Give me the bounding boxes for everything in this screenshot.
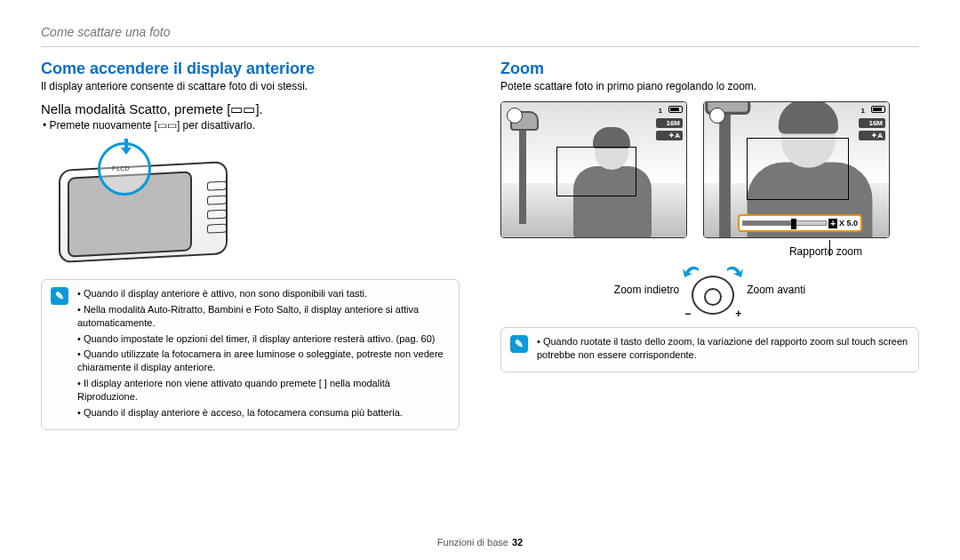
step-instruction: Nella modalità Scatto, premete [▭▭]. — [41, 101, 460, 117]
arrow-down-icon — [121, 139, 132, 156]
heading-zoom: Zoom — [500, 60, 919, 78]
left-column: Come accendere il display anteriore Il d… — [41, 60, 460, 430]
mode-icon — [507, 108, 523, 124]
flash-badge: ✦A — [656, 131, 683, 140]
flcd-button-icon: ▭▭ — [230, 101, 255, 116]
camera-screen-wide: 1 16M ✦A — [500, 101, 687, 238]
zoom-plus-icon: + — [828, 219, 837, 228]
battery-icon — [871, 106, 885, 113]
note-item: Quando utilizzate la fotocamera in aree … — [77, 348, 450, 374]
zoom-dial-illustration: − + — [688, 265, 738, 315]
zoom-bar: + X 5.0 — [738, 214, 862, 232]
plus-icon: + — [735, 308, 741, 320]
note-item: Nella modalità Auto-Ritratto, Bambini e … — [77, 303, 450, 330]
resolution-badge: 16M — [859, 118, 885, 128]
flash-badge: ✦A — [859, 131, 885, 140]
mode-icon — [709, 108, 725, 124]
camera-screen-zoomed: 1 16M ✦A + X 5.0 — [703, 101, 890, 238]
overlay-icons: 1 16M ✦A — [656, 106, 683, 140]
zoom-in-label: Zoom avanti — [747, 284, 805, 296]
leader-line — [829, 240, 830, 256]
minus-icon: − — [684, 308, 691, 320]
intro-zoom: Potete scattare foto in primo piano rego… — [500, 80, 919, 92]
note-icon: ✎ — [51, 287, 68, 305]
note-item: Quando ruotate il tasto dello zoom, la v… — [537, 335, 909, 362]
info-box-left: ✎ Quando il display anteriore è attivo, … — [41, 279, 460, 430]
zoom-ratio-label: Rapporto zoom — [500, 245, 919, 258]
heading-front-display: Come accendere il display anteriore — [41, 60, 460, 78]
note-item: Quando il display anteriore è acceso, la… — [77, 406, 450, 420]
note-item: Quando il display anteriore è attivo, no… — [77, 287, 450, 300]
note-item: Il display anteriore non viene attivato … — [77, 377, 450, 404]
focus-rect-icon — [556, 147, 636, 196]
zoom-readout: X 5.0 — [839, 219, 858, 228]
streetlamp-icon — [519, 113, 526, 224]
sub-bullet: Premete nuovamente [▭▭] per disattivarlo… — [43, 119, 460, 132]
overlay-icons: 1 16M ✦A — [859, 106, 885, 140]
breadcrumb: Come scattare una foto — [41, 25, 919, 47]
info-box-right: ✎ Quando ruotate il tasto dello zoom, la… — [500, 327, 919, 372]
battery-icon — [668, 106, 683, 113]
flcd-button-icon: ▭▭ — [157, 119, 177, 132]
right-column: Zoom Potete scattare foto in primo piano… — [500, 60, 919, 430]
zoom-out-label: Zoom indietro — [614, 284, 679, 296]
camera-illustration: F.LCD — [41, 139, 236, 263]
note-item: Quando impostate le opzioni del timer, i… — [77, 332, 450, 346]
resolution-badge: 16M — [656, 118, 683, 128]
page-footer: Funzioni di base32 — [0, 537, 960, 548]
intro-front-display: Il display anteriore consente di scattar… — [41, 80, 460, 92]
focus-rect-icon — [747, 138, 849, 200]
flcd-label: F.LCD — [112, 165, 129, 172]
note-icon: ✎ — [510, 335, 528, 353]
